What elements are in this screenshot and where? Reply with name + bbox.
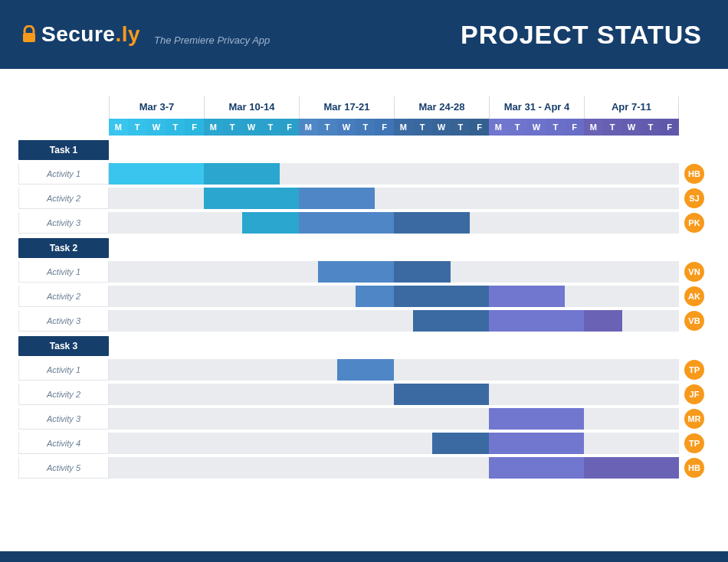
gantt-bar — [299, 188, 375, 209]
day-label: T — [508, 119, 527, 136]
week-label: Mar 3-7 — [109, 96, 204, 119]
assignee-cell: VB — [679, 310, 710, 332]
page-title: PROJECT STATUS — [461, 20, 702, 50]
assignee-badge: HB — [684, 458, 704, 478]
activity-label: Activity 2 — [18, 384, 109, 405]
gantt-bar — [204, 188, 299, 209]
activity-label: Activity 2 — [18, 188, 109, 209]
assignee-cell: TP — [679, 359, 710, 381]
activity-label: Activity 4 — [18, 433, 109, 454]
day-label: T — [413, 119, 432, 136]
gantt-bar — [413, 310, 489, 332]
day-label: T — [166, 119, 185, 136]
assignee-cell: SJ — [679, 188, 710, 209]
app-header: Secure.ly The Premiere Privacy App PROJE… — [0, 0, 728, 69]
gantt-bar — [489, 433, 584, 454]
day-label: T — [261, 119, 280, 136]
gantt-bar — [432, 433, 489, 454]
gantt-bar — [337, 359, 394, 381]
assignee-badge: AK — [684, 286, 704, 306]
gantt-bar — [394, 261, 451, 283]
gantt-chart: Mar 3-7Mar 10-14Mar 17-21Mar 24-28Mar 31… — [0, 69, 728, 479]
assignee-badge: VB — [684, 311, 704, 331]
gantt-bar — [489, 408, 584, 430]
assignee-badge: JF — [684, 384, 704, 404]
day-label: M — [394, 119, 413, 136]
footer-bar — [0, 551, 728, 562]
day-label: M — [204, 119, 223, 136]
activity-track — [109, 359, 679, 381]
gantt-bar — [489, 457, 584, 479]
day-label: W — [147, 119, 166, 136]
gantt-bar — [394, 212, 470, 234]
brand-name: Secure.ly — [41, 22, 140, 47]
day-label: W — [622, 119, 641, 136]
assignee-cell: PK — [679, 212, 710, 234]
day-label: W — [432, 119, 451, 136]
activity-track — [109, 457, 679, 479]
task-title: Task 3 — [18, 336, 109, 356]
task-title: Task 2 — [18, 238, 109, 258]
day-label: F — [375, 119, 394, 136]
gantt-bar — [584, 310, 622, 332]
assignee-badge: HB — [684, 164, 704, 184]
day-label: M — [299, 119, 318, 136]
brand-logo: Secure.ly — [21, 22, 140, 47]
activity-track — [109, 261, 679, 283]
day-label: F — [660, 119, 679, 136]
day-label: W — [527, 119, 546, 136]
gantt-bar — [394, 286, 489, 307]
assignee-badge: VN — [684, 262, 704, 282]
day-label: F — [185, 119, 204, 136]
activity-track — [109, 212, 679, 234]
activity-label: Activity 1 — [18, 261, 109, 283]
assignee-badge: TP — [684, 360, 704, 380]
gantt-bar — [318, 261, 394, 283]
assignee-cell: HB — [679, 163, 710, 185]
day-label: T — [223, 119, 242, 136]
week-label: Apr 7-11 — [584, 96, 679, 119]
activity-label: Activity 2 — [18, 286, 109, 307]
week-label: Mar 17-21 — [299, 96, 394, 119]
day-label: F — [470, 119, 489, 136]
activity-label: Activity 3 — [18, 212, 109, 234]
gantt-bar — [489, 310, 584, 332]
day-label: W — [337, 119, 356, 136]
assignee-cell: AK — [679, 286, 710, 307]
activity-track — [109, 188, 679, 209]
day-label: T — [318, 119, 337, 136]
day-label: W — [242, 119, 261, 136]
gantt-bar — [299, 212, 394, 234]
svg-rect-0 — [23, 33, 35, 42]
gantt-bar — [109, 163, 204, 185]
activity-label: Activity 5 — [18, 457, 109, 479]
brand-name-a: Secure — [41, 22, 115, 46]
day-label: M — [489, 119, 508, 136]
day-label: M — [584, 119, 603, 136]
activity-track — [109, 384, 679, 405]
day-label: F — [280, 119, 299, 136]
assignee-cell: HB — [679, 457, 710, 479]
gantt-bar — [584, 457, 679, 479]
activity-track — [109, 286, 679, 307]
assignee-cell: MR — [679, 408, 710, 430]
activity-label: Activity 1 — [18, 163, 109, 185]
gantt-bar — [394, 384, 489, 405]
day-label: T — [546, 119, 565, 136]
week-label: Mar 31 - Apr 4 — [489, 96, 584, 119]
week-label: Mar 10-14 — [204, 96, 299, 119]
brand-tagline: The Premiere Privacy App — [154, 34, 270, 46]
day-label: F — [565, 119, 584, 136]
day-label: T — [641, 119, 660, 136]
activity-label: Activity 3 — [18, 310, 109, 332]
gantt-bar — [204, 163, 280, 185]
gantt-bar — [356, 286, 394, 307]
activity-label: Activity 3 — [18, 408, 109, 430]
assignee-badge: TP — [684, 433, 704, 453]
day-label: T — [603, 119, 622, 136]
assignee-cell: VN — [679, 261, 710, 283]
assignee-badge: SJ — [684, 188, 704, 208]
lock-icon — [21, 25, 37, 44]
gantt-bar — [242, 212, 299, 234]
day-label: M — [109, 119, 128, 136]
